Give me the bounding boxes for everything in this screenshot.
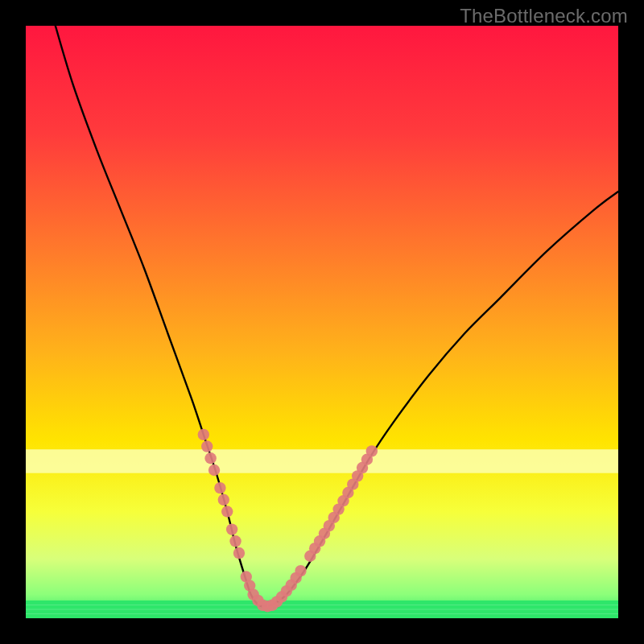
- highlight-dot: [208, 464, 220, 476]
- curve-layer: [26, 26, 618, 618]
- watermark-text: TheBottleneck.com: [460, 5, 628, 27]
- highlight-dot: [198, 429, 209, 440]
- plot-area: [26, 26, 618, 618]
- highlight-dot: [218, 494, 229, 506]
- highlight-dot: [201, 440, 213, 452]
- highlight-dot: [214, 482, 225, 493]
- highlight-dot: [366, 445, 378, 456]
- highlight-dot: [229, 535, 241, 547]
- highlight-dot: [233, 547, 245, 559]
- highlight-dot: [295, 565, 306, 576]
- highlight-dot: [204, 452, 216, 464]
- highlight-dot: [226, 523, 237, 535]
- highlight-dot: [221, 506, 233, 517]
- chart-frame: TheBottleneck.com: [0, 0, 644, 644]
